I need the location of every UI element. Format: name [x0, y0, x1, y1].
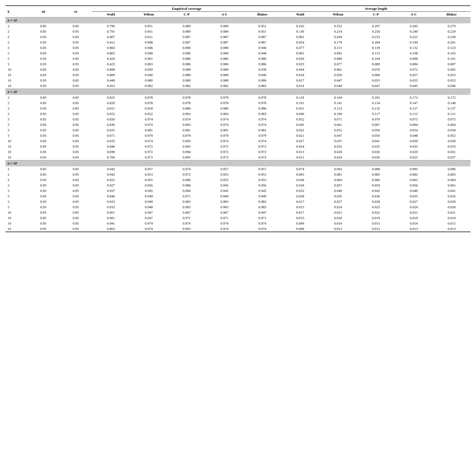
- table-cell: 0.85: [27, 67, 60, 72]
- table-cell: 0.407: [92, 34, 130, 40]
- table-cell: 0.019: [357, 215, 395, 221]
- section-header-row: n = 20: [5, 89, 471, 95]
- col-header-empirical: Empirical coverage: [92, 6, 281, 12]
- table-cell: 2: [5, 34, 27, 40]
- table-cell: 0.270: [433, 23, 471, 29]
- table-cell: 0.011: [281, 155, 319, 160]
- table-cell: 0.908: [130, 40, 168, 45]
- table-cell: 0.955: [243, 177, 281, 183]
- table-cell: 0.95: [60, 83, 92, 89]
- table-cell: 0.974: [206, 226, 243, 232]
- table-row: 20.850.950.8200.9780.9780.9780.9780.1010…: [5, 100, 471, 106]
- table-cell: 0.671: [92, 133, 130, 138]
- table-cell: 0.095: [395, 166, 433, 172]
- col-header-wald-al: Wald: [281, 12, 319, 17]
- table-cell: 0.024: [395, 204, 433, 210]
- table-cell: 0.993: [168, 144, 205, 149]
- table-cell: 0.113: [357, 51, 395, 56]
- table-cell: 0.052: [319, 127, 357, 133]
- table-cell: 0.101: [433, 56, 471, 61]
- table-cell: 0.85: [60, 67, 92, 72]
- table-cell: 0.986: [243, 56, 281, 61]
- table-cell: 5: [5, 133, 27, 138]
- col-header-blaker-al: Blaker: [433, 12, 471, 17]
- table-cell: 2: [5, 183, 27, 188]
- table-cell: 0.980: [130, 78, 168, 83]
- table-cell: 0.055: [357, 78, 395, 83]
- table-cell: 5: [5, 61, 27, 67]
- table-row: 50.950.850.4240.9010.9860.9860.9860.0290…: [5, 56, 471, 61]
- table-cell: 0.034: [281, 72, 319, 78]
- table-cell: 0.95: [27, 56, 60, 61]
- table-cell: 0.035: [433, 194, 471, 199]
- table-cell: 2: [5, 40, 27, 45]
- table-cell: 0.993: [168, 122, 205, 127]
- table-cell: 0.990: [168, 45, 205, 51]
- table-cell: 0.927: [92, 183, 130, 188]
- table-cell: 0.987: [206, 34, 243, 40]
- table-cell: 0.053: [433, 72, 471, 78]
- table-cell: 0.052: [281, 117, 319, 122]
- table-cell: 0.046: [433, 83, 471, 89]
- table-cell: 0.986: [168, 183, 205, 188]
- table-cell: 0.034: [281, 183, 319, 188]
- table-cell: 0.983: [243, 111, 281, 117]
- table-row: 20.850.950.9420.9530.9720.9530.9530.0650…: [5, 172, 471, 177]
- table-cell: 0.098: [395, 56, 433, 61]
- col-header-wilson-al: Wilson: [319, 12, 357, 17]
- table-cell: 0.951: [130, 29, 168, 34]
- table-row: 100.950.850.4490.9800.9800.9800.9800.017…: [5, 78, 471, 83]
- table-cell: 0.449: [92, 78, 130, 83]
- table-row: 100.950.850.6980.9720.9940.9720.9720.013…: [5, 149, 471, 155]
- table-cell: 0.948: [130, 204, 168, 210]
- table-cell: 0.986: [168, 56, 205, 61]
- table-cell: 0.039: [395, 138, 433, 144]
- table-cell: 0.974: [130, 117, 168, 122]
- table-cell: 0.233: [357, 34, 395, 40]
- table-cell: 0.981: [206, 127, 243, 133]
- table-cell: 0.980: [243, 106, 281, 111]
- table-cell: 0.029: [395, 149, 433, 155]
- table-cell: 0.85: [27, 117, 60, 122]
- table-cell: 0.139: [357, 45, 395, 51]
- table-cell: 0.089: [357, 61, 395, 67]
- table-cell: 0.112: [395, 111, 433, 117]
- table-cell: 2: [5, 177, 27, 183]
- table-cell: 0.85: [60, 106, 92, 111]
- table-cell: 10: [5, 226, 27, 232]
- table-cell: 0.014: [281, 83, 319, 89]
- table-cell: 5: [5, 127, 27, 133]
- table-cell: 2: [5, 95, 27, 100]
- table-cell: 0.981: [243, 127, 281, 133]
- table-cell: 0.054: [281, 40, 319, 45]
- table-cell: 0.204: [357, 40, 395, 45]
- table-cell: 0.95: [60, 72, 92, 78]
- table-cell: 0.974: [243, 138, 281, 144]
- table-cell: 10: [5, 83, 27, 89]
- table-cell: 0.946: [92, 194, 130, 199]
- table-row: 20.950.950.4120.9080.9870.9870.9870.0540…: [5, 40, 471, 45]
- table-cell: 0.015: [281, 215, 319, 221]
- table-cell: 0.014: [319, 221, 357, 226]
- table-cell: 0.050: [319, 72, 357, 78]
- table-cell: 2: [5, 100, 27, 106]
- table-cell: 0.95: [27, 34, 60, 40]
- table-cell: 0.061: [319, 122, 357, 127]
- table-cell: 2: [5, 172, 27, 177]
- table-cell: 0.057: [319, 183, 357, 188]
- table-cell: 0.95: [60, 155, 92, 160]
- table-cell: 0.053: [433, 78, 471, 83]
- table-cell: 0.986: [206, 61, 243, 67]
- table-cell: 0.424: [92, 56, 130, 61]
- table-cell: 0.974: [168, 221, 205, 226]
- table-cell: 0.979: [206, 133, 243, 138]
- table-cell: 0.074: [281, 166, 319, 172]
- table-cell: 0.102: [433, 51, 471, 56]
- table-cell: 0.95: [27, 61, 60, 67]
- table-cell: 0.132: [395, 45, 433, 51]
- table-cell: 0.95: [27, 78, 60, 83]
- table-cell: 0.978: [168, 100, 205, 106]
- table-cell: 0.214: [319, 29, 357, 34]
- table-cell: 0.425: [92, 61, 130, 67]
- table-cell: 0.980: [206, 78, 243, 83]
